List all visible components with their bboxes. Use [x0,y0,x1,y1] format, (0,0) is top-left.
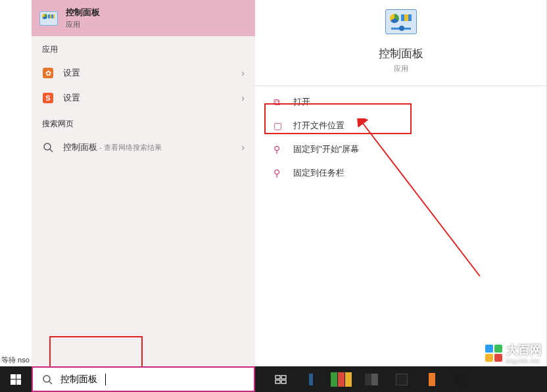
windows-icon [11,374,21,385]
pin-taskbar-label: 固定到任务栏 [293,167,345,179]
preview-title: 控制面板 [379,46,423,61]
task-view-button[interactable] [267,366,295,392]
settings-item-1[interactable]: ✿ 设置 › [32,61,255,86]
web-search-item[interactable]: 控制面板 - 查看网络搜索结果 › [32,135,255,160]
best-match-item[interactable]: 控制面板 应用 [32,0,255,36]
svg-rect-7 [275,380,280,383]
chevron-right-icon: › [241,142,245,153]
watermark: 大百网 big100.net [485,342,542,364]
svg-line-1 [50,149,53,152]
taskbar-app-1[interactable] [297,366,325,392]
actions-list: ⧉ 打开 ▢ 打开文件位置 ⚲ 固定到"开始"屏幕 ⚲ 固定到任务栏 [255,86,546,189]
apps-section-header: 应用 [32,36,255,61]
taskbar-app-4[interactable] [388,366,416,392]
settings-label: 设置 [63,67,245,79]
chevron-right-icon: › [241,68,245,78]
taskbar-app-2[interactable] [327,366,355,392]
pin-icon: ⚲ [274,168,284,178]
pin-icon: ⚲ [274,144,284,155]
svg-rect-5 [275,376,280,379]
pin-start-label: 固定到"开始"屏幕 [293,143,359,155]
open-icon: ⧉ [274,97,284,108]
search-icon [42,374,53,385]
settings-item-2[interactable]: S 设置 › [32,86,255,110]
svg-rect-6 [281,376,286,379]
settings-label-2: 设置 [63,92,245,104]
pin-start-action[interactable]: ⚲ 固定到"开始"屏幕 [255,137,546,161]
taskbar-app-5[interactable] [418,366,446,392]
svg-rect-8 [281,380,286,383]
pin-taskbar-action[interactable]: ⚲ 固定到任务栏 [255,161,546,185]
open-label: 打开 [293,96,310,108]
sogou-icon: S [43,93,53,103]
chevron-right-icon: › [241,93,245,103]
search-icon [42,141,54,153]
search-input-value: 控制面板 [60,374,97,385]
watermark-logo-icon [485,345,502,362]
watermark-name: 大百网 [506,342,542,358]
status-text: 等待 nso [1,355,30,365]
results-list: 控制面板 应用 应用 ✿ 设置 › S 设置 › 搜索网页 控制面板 - 查看网… [32,0,255,366]
preview-panel: 控制面板 应用 ⧉ 打开 ▢ 打开文件位置 ⚲ 固定到"开始"屏幕 ⚲ 固定到任… [255,0,546,366]
open-location-action[interactable]: ▢ 打开文件位置 [255,114,546,137]
best-match-subtitle: 应用 [66,20,100,30]
folder-icon: ▢ [274,120,284,131]
taskbar-search-box[interactable]: 控制面板 [32,366,255,392]
taskbar-app-6[interactable] [448,366,476,392]
start-button[interactable] [0,366,32,392]
web-search-label: 控制面板 - 查看网络搜索结果 [63,141,245,153]
preview-subtitle: 应用 [394,64,408,74]
watermark-url: big100.net [506,358,542,364]
control-panel-icon [39,11,58,26]
task-view-icon [275,375,287,384]
control-panel-icon-large [385,9,417,34]
best-match-title: 控制面板 [66,7,100,18]
search-results-panel: 控制面板 应用 应用 ✿ 设置 › S 设置 › 搜索网页 控制面板 - 查看网… [32,0,547,366]
svg-point-0 [44,143,51,150]
svg-line-4 [49,381,52,384]
svg-point-3 [43,376,50,382]
web-section-header: 搜索网页 [32,110,255,135]
gear-icon: ✿ [43,68,53,78]
taskbar-app-3[interactable] [358,366,385,392]
open-action[interactable]: ⧉ 打开 [255,90,546,114]
taskbar: 控制面板 [0,366,547,392]
open-location-label: 打开文件位置 [293,120,345,132]
